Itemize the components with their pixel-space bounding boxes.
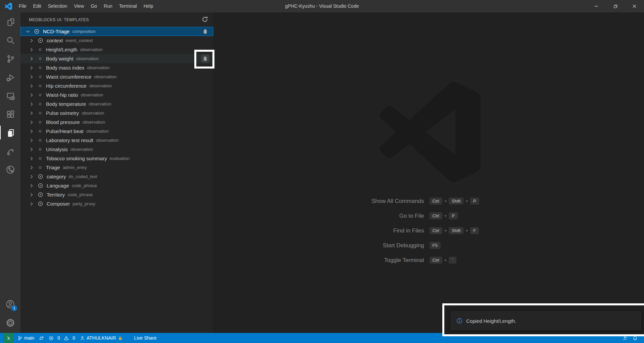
chevron-right-icon[interactable]: [29, 156, 34, 161]
menu-file[interactable]: File: [15, 0, 30, 12]
tree-item-laboratory-test-result[interactable]: Laboratory test result observation: [20, 136, 213, 145]
close-button[interactable]: [625, 0, 644, 12]
shortcut-label: Find in Files: [214, 227, 429, 234]
chevron-right-icon[interactable]: [29, 111, 34, 116]
status-item-sync[interactable]: [37, 333, 46, 343]
chevron-right-icon[interactable]: [29, 138, 34, 143]
sidebar-medblocks-templates: MEDBLOCKS UI: TEMPLATES NCD-Triage compo…: [20, 12, 214, 333]
status-item-problems[interactable]: 00: [46, 333, 78, 343]
menu-go[interactable]: Go: [87, 0, 100, 12]
menu-help[interactable]: Help: [140, 0, 157, 12]
chevron-down-icon[interactable]: [25, 29, 31, 34]
key-cap: Ctrl: [430, 212, 442, 220]
tree-item-type: observation: [83, 120, 105, 125]
chevron-right-icon[interactable]: [29, 192, 34, 198]
shortcut-label: Toggle Terminal: [214, 257, 429, 264]
menu-edit[interactable]: Edit: [30, 0, 45, 12]
tree-item-label: Territory: [47, 192, 65, 198]
tree-item-body-temperature[interactable]: Body temperature observation: [20, 99, 213, 109]
tree-item-type: event_context: [65, 38, 93, 43]
activity-bar-item-source-control[interactable]: [0, 49, 20, 68]
shortcut-row: Start Debugging F5: [214, 240, 644, 251]
key-cap: Ctrl: [430, 227, 442, 234]
tree-item-category[interactable]: category dv_coded_text: [20, 172, 213, 181]
activity-bar-item-search[interactable]: [0, 31, 20, 49]
chevron-right-icon[interactable]: [29, 83, 34, 89]
tree-item-body-weight[interactable]: Body weight observation: [20, 54, 213, 63]
chevron-right-icon[interactable]: [29, 147, 34, 152]
status-bar-left: main00ATHULKNAIRLive Share: [0, 333, 159, 343]
window-title: gPHC-Kyushu - Visual Studio Code: [285, 0, 359, 12]
activity-bar-item-remote-explorer[interactable]: [0, 86, 20, 105]
status-item-notifications-bell[interactable]: [630, 333, 640, 343]
tree-item-context[interactable]: context event_context: [20, 36, 213, 45]
status-item-account[interactable]: ATHULKNAIR: [78, 333, 125, 343]
tree-item-waist-hip-ratio[interactable]: Waist-hip ratio observation: [20, 90, 213, 99]
tree-item-pulse-heart-beat[interactable]: Pulse/Heart beat observation: [20, 127, 213, 136]
tree-item-body-mass-index[interactable]: Body mass index observation: [20, 63, 213, 72]
refresh-button[interactable]: [202, 16, 208, 23]
activity-bar-item-explorer[interactable]: [0, 12, 20, 31]
tree-item-pulse-oximetry[interactable]: Pulse oximetry observation: [20, 109, 213, 118]
activity-bar-item-extensions[interactable]: [0, 105, 20, 123]
chevron-right-icon[interactable]: [29, 120, 34, 125]
tree-item-label: Language: [47, 183, 69, 188]
tree-item-language[interactable]: Language code_phrase: [20, 181, 213, 190]
chevron-right-icon[interactable]: [29, 74, 34, 80]
chevron-right-icon[interactable]: [29, 47, 34, 52]
tree-item-tobacco-smoking-summary[interactable]: Tobacco smoking summary evaluation: [20, 154, 213, 163]
menu-view[interactable]: View: [70, 0, 87, 12]
status-item-live-share[interactable]: Live Share: [125, 333, 159, 343]
tree-item-hip-circumference[interactable]: Hip circumference observation: [20, 81, 213, 90]
status-item-feedback[interactable]: [621, 333, 630, 343]
restore-button[interactable]: [606, 0, 625, 12]
tree-item-urinalysis[interactable]: Urinalysis observation: [20, 145, 213, 154]
title-bar: FileEditSelectionViewGoRunTerminalHelp g…: [0, 0, 644, 12]
tree-item-waist-circumference[interactable]: Waist circumference observation: [20, 72, 213, 81]
chevron-right-icon[interactable]: [29, 38, 34, 43]
chevron-right-icon[interactable]: [29, 92, 34, 98]
key-joiner: +: [444, 199, 447, 204]
feedback-icon: [623, 336, 628, 341]
tree-item-label: Body weight: [46, 56, 73, 61]
circle-dot-icon: [38, 192, 43, 198]
status-item-remote-indicator[interactable]: [3, 333, 14, 343]
activity-bar-item-circle-branch[interactable]: [0, 160, 20, 179]
chevron-right-icon[interactable]: [29, 129, 34, 134]
chevron-right-icon[interactable]: [29, 165, 34, 170]
chevron-right-icon[interactable]: [29, 201, 34, 207]
chevron-right-icon[interactable]: [29, 174, 34, 179]
status-item-git-branch[interactable]: main: [15, 333, 37, 343]
circle-small-icon: [38, 165, 43, 170]
key-joiner: +: [444, 228, 447, 233]
chevron-right-icon[interactable]: [29, 183, 34, 188]
key-cap: Shift: [449, 198, 463, 205]
tree-item-type: code_phrase: [67, 192, 93, 197]
menu-selection[interactable]: Selection: [45, 0, 71, 12]
tree-item-ncd-triage[interactable]: NCD-Triage composition: [20, 27, 213, 36]
menu-terminal[interactable]: Terminal: [116, 0, 140, 12]
menu-run[interactable]: Run: [100, 0, 116, 12]
chevron-right-icon[interactable]: [29, 65, 34, 71]
sidebar-header: MEDBLOCKS UI: TEMPLATES: [20, 12, 213, 27]
minimize-button[interactable]: [587, 0, 606, 12]
accounts-button[interactable]: 1: [0, 295, 20, 313]
copy-clipboard-button[interactable]: [201, 54, 209, 63]
notification-toast[interactable]: Copied Height/Length.: [451, 311, 641, 330]
copy-clipboard-button[interactable]: [202, 29, 208, 34]
circle-small-icon: [38, 120, 43, 125]
sync-icon: [39, 336, 44, 341]
tree-item-triage[interactable]: Triage admin_entry: [20, 163, 213, 172]
activity-bar-item-medblocks-ui[interactable]: [0, 123, 20, 142]
chevron-right-icon[interactable]: [29, 101, 34, 107]
chevron-right-icon[interactable]: [29, 56, 34, 61]
settings-gear-button[interactable]: [0, 313, 20, 332]
activity-bar-item-live-share[interactable]: [0, 142, 20, 160]
tree-item-territory[interactable]: Territory code_phrase: [20, 190, 213, 199]
activity-bar-item-run-and-debug[interactable]: [0, 68, 20, 86]
tree-item-height-length[interactable]: Height/Length observation: [20, 45, 213, 54]
tree-item-composer[interactable]: Composer party_proxy: [20, 199, 213, 208]
error-icon: [49, 336, 54, 341]
tree-item-label: Composer: [47, 201, 70, 207]
tree-item-blood-pressure[interactable]: Blood pressure observation: [20, 118, 213, 127]
